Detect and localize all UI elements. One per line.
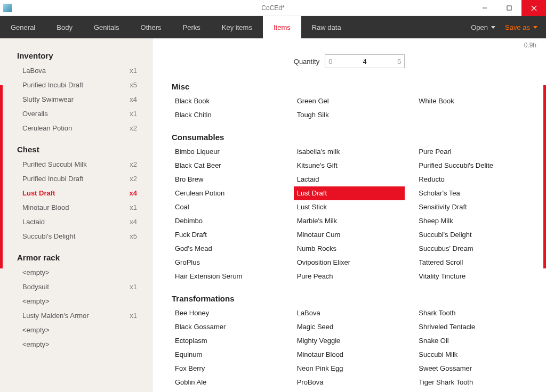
item-cell[interactable]: Sheep Milk — [415, 214, 527, 228]
item-cell[interactable]: Green Gel — [294, 94, 405, 108]
item-cell[interactable]: Black Cat Beer — [172, 159, 283, 173]
item-cell[interactable]: Tough Silk — [294, 108, 405, 122]
tab-raw-data[interactable]: Raw data — [301, 16, 352, 38]
item-cell[interactable]: Black Book — [172, 94, 283, 108]
item-cell[interactable]: GroPlus — [172, 256, 283, 270]
maximize-button[interactable] — [497, 0, 521, 16]
sidebar-item[interactable]: <empty> — [0, 323, 152, 337]
item-cell[interactable]: Golden Seed — [172, 389, 283, 392]
close-button[interactable] — [521, 0, 546, 16]
chevron-down-icon — [533, 26, 537, 29]
sidebar-item[interactable]: Succubi's Delightx5 — [0, 229, 152, 243]
sidebar-item[interactable]: LaBovax1 — [0, 63, 152, 78]
tab-body[interactable]: Body — [46, 16, 83, 38]
sidebar-item[interactable]: Purified Succubi Milkx2 — [0, 157, 152, 172]
quantity-stepper[interactable]: 0 4 5 — [325, 54, 405, 68]
item-cell[interactable]: Fuck Draft — [172, 228, 283, 242]
sidebar-item[interactable]: Slutty Swimwearx4 — [0, 92, 152, 107]
item-cell[interactable]: Isabella's milk — [294, 145, 405, 159]
item-cell[interactable]: Succubi Milk — [415, 348, 527, 362]
open-menu[interactable]: Open — [471, 23, 495, 31]
tab-perks[interactable]: Perks — [172, 16, 211, 38]
item-cell[interactable]: ProBova — [294, 375, 405, 389]
item-cell[interactable]: Fox Berry — [172, 362, 283, 375]
item-cell[interactable]: Succubi's Delight — [415, 228, 527, 242]
tab-genitals[interactable]: Genitals — [83, 16, 130, 38]
item-cell[interactable]: Tiger Shark Tooth — [415, 375, 527, 389]
tab-others[interactable]: Others — [130, 16, 172, 38]
sidebar-item-qty: x5 — [130, 81, 137, 89]
sidebar-item[interactable]: Minotaur Bloodx1 — [0, 200, 152, 215]
item-cell[interactable]: Lust Draft — [294, 186, 405, 200]
item-cell[interactable]: Vitality Tincture — [415, 270, 527, 283]
item-cell[interactable]: Shark Tooth — [415, 306, 527, 320]
main-nav: GeneralBodyGenitalsOthersPerksKey itemsI… — [0, 16, 546, 38]
sidebar-item-label: <empty> — [22, 297, 50, 305]
tab-key-items[interactable]: Key items — [211, 16, 263, 38]
tab-general[interactable]: General — [0, 16, 46, 38]
sidebar-item[interactable]: <empty> — [0, 294, 152, 308]
item-cell[interactable]: Hair Extension Serum — [172, 270, 283, 283]
minimize-button[interactable] — [472, 0, 497, 16]
item-cell[interactable]: Scholar's Tea — [415, 186, 527, 200]
item-cell[interactable]: Numb Rocks — [294, 242, 405, 256]
item-cell[interactable]: Equinum — [172, 348, 283, 362]
item-cell[interactable]: Cerulean Potion — [172, 186, 283, 200]
item-cell[interactable]: Sweet Gossamer — [415, 362, 527, 375]
item-cell[interactable]: Mighty Veggie — [294, 334, 405, 348]
item-cell[interactable]: Oviposition Elixer — [294, 256, 405, 270]
item-cell[interactable]: Sensitivity Draft — [415, 200, 527, 214]
item-cell[interactable]: Purified Succubi's Delite — [415, 159, 527, 173]
item-cell[interactable]: Neon Pink Egg — [294, 362, 405, 375]
sidebar-item[interactable]: Bodysuitx1 — [0, 280, 152, 294]
tab-items[interactable]: Items — [263, 16, 301, 38]
item-cell[interactable]: Debimbo — [172, 214, 283, 228]
item-cell[interactable]: Bro Brew — [172, 173, 283, 186]
quantity-value: 4 — [363, 58, 367, 66]
item-cell[interactable]: Bee Honey — [172, 306, 283, 320]
sidebar-item-label: <empty> — [22, 340, 50, 348]
sidebar-item[interactable]: Cerulean Potionx2 — [0, 121, 152, 135]
item-cell[interactable]: Minotaur Cum — [294, 228, 405, 242]
item-cell[interactable]: Tattered Scroll — [415, 256, 527, 270]
item-cell[interactable]: Lust Stick — [294, 200, 405, 214]
item-cell[interactable]: Coal — [172, 200, 283, 214]
accent-bar-left — [0, 85, 3, 268]
save-as-menu[interactable]: Save as — [505, 23, 537, 31]
item-cell[interactable]: Magic Seed — [294, 320, 405, 334]
item-cell[interactable]: Pure Pearl — [415, 145, 527, 159]
item-cell[interactable]: White Book — [415, 94, 527, 108]
item-cell[interactable]: Black Gossamer — [172, 320, 283, 334]
item-cell[interactable]: Goblin Ale — [172, 375, 283, 389]
sidebar[interactable]: InventoryLaBovax1Purified Incubi Draftx5… — [0, 38, 152, 392]
item-cell[interactable]: Black Chitin — [172, 108, 283, 122]
save-as-label: Save as — [505, 23, 530, 31]
sidebar-item[interactable]: Purified Incubi Draftx5 — [0, 78, 152, 92]
sidebar-item[interactable]: Overallsx1 — [0, 107, 152, 121]
item-cell[interactable]: Lactaid — [294, 173, 405, 186]
item-cell[interactable]: Succubus' Dream — [415, 242, 527, 256]
sidebar-item[interactable]: Lusty Maiden's Armorx1 — [0, 308, 152, 323]
item-cell[interactable]: Ectoplasm — [172, 334, 283, 348]
item-cell[interactable]: Trap Oil — [415, 389, 527, 392]
sidebar-item[interactable]: Lust Draftx4 — [0, 186, 152, 200]
sidebar-item[interactable]: <empty> — [0, 265, 152, 280]
sidebar-item[interactable]: Purified Incubi Draftx2 — [0, 172, 152, 186]
item-cell[interactable]: Bimbo Liqueur — [172, 145, 283, 159]
item-cell[interactable]: Reducto — [415, 173, 527, 186]
item-cell[interactable]: Shriveled Tentacle — [415, 320, 527, 334]
main-panel[interactable]: 0.9h Quantity 0 4 5 MiscBlack BookBlack … — [152, 38, 546, 392]
item-cell[interactable]: Pure Peach — [294, 270, 405, 283]
item-cell[interactable]: Marble's Milk — [294, 214, 405, 228]
item-cell[interactable]: Minotaur Blood — [294, 348, 405, 362]
sidebar-item-label: Lactaid — [22, 218, 45, 226]
item-cell[interactable]: God's Mead — [172, 242, 283, 256]
item-cell[interactable]: Kitsune's Gift — [294, 159, 405, 173]
sidebar-item[interactable]: <empty> — [0, 337, 152, 352]
item-cell[interactable]: LaBova — [294, 306, 405, 320]
sidebar-item[interactable]: Lactaidx4 — [0, 215, 152, 229]
item-cell[interactable]: Snake Oil — [415, 334, 527, 348]
item-cell[interactable]: Pure Honey — [294, 389, 405, 392]
svg-line-2 — [532, 6, 536, 11]
content-area: InventoryLaBovax1Purified Incubi Draftx5… — [0, 38, 546, 392]
